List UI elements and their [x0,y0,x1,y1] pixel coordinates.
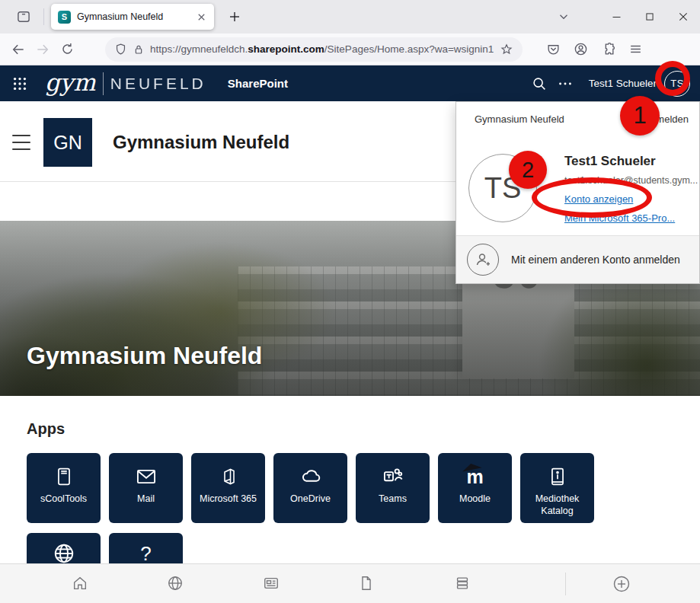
browser-window: S Gymnasium Neufeld [0,0,700,603]
browser-tab[interactable]: S Gymnasium Neufeld [51,4,214,30]
titlebar-separator [43,8,44,25]
maximize-icon [644,11,655,22]
header-user-name: Test1 Schueler [589,78,657,89]
book-info-icon [548,467,567,487]
hero-title: Gymnasium Neufeld [27,342,262,370]
app-tile-mail[interactable]: Mail [109,453,183,523]
globe-icon [167,575,184,592]
app-tile-label: sCoolTools [40,493,87,505]
switch-account-label: Mit einem anderen Konto anmelden [511,254,680,266]
toolbar-right-icons [541,37,647,62]
globe-icon [53,542,75,565]
window-maximize-button[interactable] [633,0,666,34]
minimize-icon [611,11,622,23]
app-tile-label: Teams [379,493,407,505]
microsoft365-icon [219,467,238,486]
annotation-step-2-badge: 2 [509,151,547,189]
annotation-step-1-badge: 1 [620,96,660,136]
app-launcher-button[interactable] [10,74,30,94]
dropdown-top-row: Gymnasium Neufeld Abmelden [456,102,699,125]
sharepoint-label[interactable]: SharePoint [228,77,288,90]
org-logo-script: gym [45,69,96,96]
footer-documents-button[interactable] [454,575,471,592]
app-tile-microsoft365[interactable]: Microsoft 365 [191,453,265,523]
person-add-icon [474,250,492,269]
mail-icon [136,466,157,487]
footer-add-button[interactable] [612,575,631,593]
extensions-button[interactable] [596,37,620,62]
tab-title: Gymnasium Neufeld [77,11,190,22]
site-nav-hamburger-button[interactable] [12,135,30,150]
reload-icon [60,42,75,56]
window-close-button[interactable] [666,0,700,34]
teams-icon [382,466,404,487]
more-options-button[interactable] [552,71,578,97]
firefox-view-button[interactable] [11,5,37,28]
annotation-circle-avatar [655,61,690,96]
app-tile-label: Moodle [459,493,491,505]
new-tab-button[interactable] [223,5,246,28]
lock-icon[interactable] [133,43,145,56]
onedrive-icon [299,465,322,488]
account-button[interactable] [568,37,593,62]
person-add-circle [467,244,499,276]
app-menu-button[interactable] [623,37,647,62]
apps-tile-row: sCoolTools Mail Microsoft 365 OneDrive T… [27,453,700,523]
switch-account-row[interactable]: Mit einem anderen Konto anmelden [456,235,699,283]
news-card-icon [263,575,280,592]
org-name: Gymnasium Neufeld [475,113,564,125]
org-logo-separator [103,72,104,95]
puzzle-icon [601,42,615,56]
browser-titlebar: S Gymnasium Neufeld [0,0,700,34]
footer-nav [0,563,700,603]
plus-icon [228,10,241,24]
browser-toolbar: https://gymneufeldch.sharepoint.com/Site… [0,34,700,65]
account-icon [574,42,588,56]
forward-button[interactable] [30,37,55,62]
sharepoint-favicon: S [58,11,71,24]
app-tile-mediothek[interactable]: Mediothek Katalog [520,453,594,523]
site-title[interactable]: Gymnasium Neufeld [113,132,289,153]
question-icon: ? [140,542,151,566]
reload-button[interactable] [55,37,79,62]
panel-user-name: Test1 Schueler [564,154,656,169]
waffle-icon [11,75,28,92]
moodle-icon: m [466,467,483,487]
stack-icon [454,575,471,592]
back-button[interactable] [6,37,30,62]
site-logo[interactable]: GN [43,118,92,167]
app-tile-label: Mediothek Katalog [525,493,590,518]
tracking-shield-icon[interactable] [114,43,127,56]
tab-close-icon[interactable] [196,11,207,23]
org-logo-caps: NEUFELD [110,75,206,93]
search-icon [531,75,548,92]
list-all-tabs-button[interactable] [557,10,571,24]
footer-news-button[interactable] [263,575,280,592]
apps-heading: Apps [27,420,700,438]
ellipsis-icon [557,75,574,92]
plus-circle-icon [612,575,631,593]
url-text: https://gymneufeldch.sharepoint.com/Site… [150,43,494,55]
footer-globe-button[interactable] [167,575,184,592]
app-tile-label: OneDrive [290,493,331,505]
url-bar[interactable]: https://gymneufeldch.sharepoint.com/Site… [105,37,523,62]
app-tile-moodle[interactable]: m Moodle [438,453,512,523]
file-icon [358,575,375,592]
sharepoint-suite-header: gym NEUFELD SharePoint Test1 Schueler TS [0,65,700,101]
footer-pages-button[interactable] [358,575,375,592]
app-tile-label: Microsoft 365 [200,493,257,505]
window-minimize-button[interactable] [599,0,633,34]
annotation-ellipse-konto-anzeigen [532,177,652,218]
app-tile-teams[interactable]: Teams [356,453,430,523]
bookmark-star-icon[interactable] [500,43,513,56]
back-arrow-icon [11,42,26,57]
footer-home-button[interactable] [72,575,88,592]
pocket-icon [546,42,561,56]
book-icon [54,467,74,487]
pocket-button[interactable] [541,37,565,62]
app-tile-label: Mail [137,493,155,505]
app-tile-scooltools[interactable]: sCoolTools [27,453,101,523]
app-tile-onedrive[interactable]: OneDrive [273,453,347,523]
search-button[interactable] [526,71,552,97]
footer-divider [565,573,566,595]
